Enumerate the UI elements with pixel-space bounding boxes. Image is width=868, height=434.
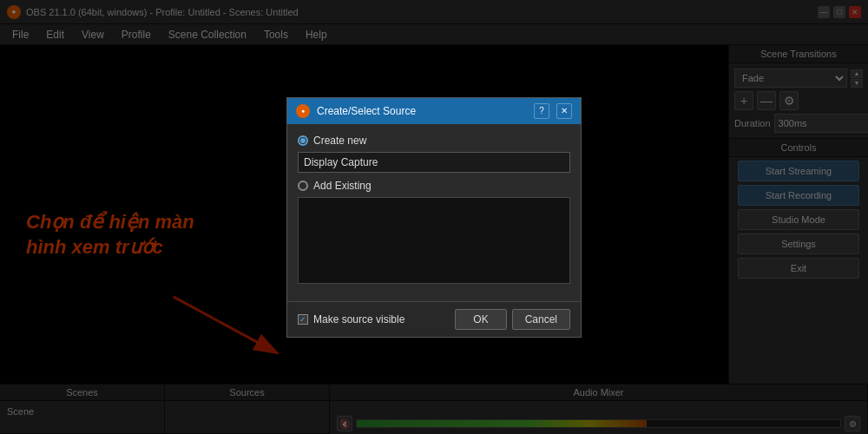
source-name-input[interactable] — [298, 152, 570, 173]
source-list-area — [298, 197, 570, 284]
modal-help-button[interactable]: ? — [534, 103, 549, 119]
add-existing-row[interactable]: Add Existing — [298, 180, 570, 192]
modal-buttons: OK Cancel — [455, 309, 570, 330]
create-new-row[interactable]: Create new — [298, 135, 570, 147]
modal-ok-button[interactable]: OK — [455, 309, 506, 330]
create-new-radio[interactable] — [298, 135, 308, 146]
modal-body: Create new Add Existing — [287, 124, 581, 301]
make-visible-checkbox[interactable] — [298, 314, 308, 325]
modal-footer: Make source visible OK Cancel — [287, 301, 581, 337]
create-select-source-dialog: ● Create/Select Source ? ✕ Create new Ad… — [286, 97, 582, 338]
create-new-label: Create new — [313, 135, 366, 147]
modal-titlebar: ● Create/Select Source ? ✕ — [287, 98, 581, 124]
modal-cancel-button[interactable]: Cancel — [512, 309, 570, 330]
make-visible-label: Make source visible — [313, 313, 404, 326]
make-visible-row: Make source visible — [298, 313, 455, 326]
add-existing-radio[interactable] — [298, 181, 308, 191]
modal-overlay: ● Create/Select Source ? ✕ Create new Ad… — [0, 0, 868, 434]
modal-app-icon: ● — [296, 104, 310, 118]
add-existing-label: Add Existing — [313, 180, 372, 192]
modal-close-button[interactable]: ✕ — [556, 103, 572, 119]
modal-title: Create/Select Source — [317, 105, 527, 117]
